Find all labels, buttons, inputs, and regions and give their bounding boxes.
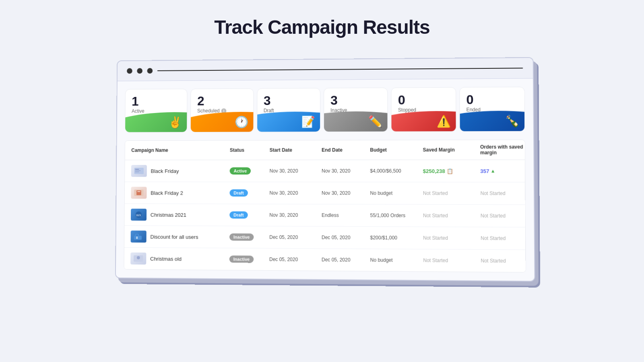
campaign-start-date: Nov 30, 2020 [269, 212, 322, 218]
campaign-name-text: Black Friday 2 [151, 190, 183, 196]
campaign-name-cell: Christmas old [130, 253, 229, 265]
campaign-name-text: Christmas 2021 [151, 212, 186, 218]
svg-point-13 [137, 256, 140, 259]
campaign-status: Draft [229, 211, 269, 218]
campaign-status: Inactive [229, 255, 269, 263]
campaign-name-text: Discount for all users [150, 234, 198, 240]
campaign-budget: 55/1,000 Orders [370, 213, 423, 219]
header-end-date: End Date [322, 144, 370, 156]
campaign-name-cell: WX Christmas 2021 [131, 209, 229, 221]
scheduled-count: 2 [197, 95, 247, 107]
svg-rect-2 [135, 171, 141, 171]
ended-count: 0 [466, 93, 518, 106]
status-card-scheduled[interactable]: 2 Scheduled i 🕐 [190, 88, 254, 132]
stopped-illustration: ⚠️ [392, 111, 456, 132]
campaign-end-date: Dec 05, 2020 [322, 234, 370, 241]
orders-count: 357 [480, 168, 489, 174]
browser-content: 1 Active ✌️ 2 Scheduled i 🕐 [116, 78, 535, 281]
campaign-status: Active [230, 167, 270, 175]
header-orders: Orders with saved margin i [480, 144, 526, 155]
draft-emoji: 📝 [301, 115, 315, 128]
svg-text:WX: WX [136, 214, 141, 217]
status-card-draft-content: 3 Draft [257, 88, 320, 113]
campaign-saved-margin: Not Started [423, 190, 481, 196]
campaign-start-date: Nov 30, 2020 [269, 190, 322, 196]
status-badge: Draft [229, 189, 248, 197]
titlebar-line [157, 68, 523, 71]
active-illustration: ✌️ [125, 112, 187, 132]
header-start-date: Start Date [270, 144, 322, 156]
campaign-orders: Not Started [480, 191, 526, 196]
status-card-active-content: 1 Active [125, 89, 187, 114]
svg-rect-3 [135, 172, 139, 172]
campaign-budget: $4,000/$6,500 [370, 168, 423, 174]
header-status: Status [230, 144, 270, 156]
table-row: Discount for all users Inactive Dec 05, … [124, 226, 525, 250]
inactive-emoji: ✏️ [368, 115, 382, 128]
campaign-budget: No budget [370, 257, 423, 263]
campaign-end-date: Dec 05, 2020 [322, 257, 370, 263]
margin-value: $250,238 [423, 168, 445, 174]
campaign-orders: Not Started [481, 213, 526, 219]
campaign-saved-margin: Not Started [423, 235, 481, 241]
status-badge: Active [230, 167, 251, 175]
status-badge: Inactive [229, 233, 254, 241]
campaign-start-date: Nov 30, 2020 [270, 168, 322, 174]
scheduled-label-text: Scheduled [197, 108, 220, 113]
campaign-budget: $200/$1,000 [370, 235, 423, 241]
svg-rect-10 [135, 234, 138, 237]
header-name: Campaign Name [131, 144, 230, 156]
scheduled-emoji: 🕐 [235, 115, 249, 129]
status-badge: Draft [229, 211, 248, 218]
status-card-active[interactable]: 1 Active ✌️ [125, 89, 188, 133]
inactive-count: 3 [330, 94, 381, 107]
stopped-emoji: ⚠️ [436, 115, 451, 128]
campaign-table: Campaign Name Status Start Date End Date… [124, 140, 526, 273]
browser-window: 1 Active ✌️ 2 Scheduled i 🕐 [115, 57, 535, 282]
campaign-budget: No budget [370, 190, 423, 196]
campaign-status: Draft [229, 189, 269, 197]
svg-rect-1 [135, 169, 139, 170]
campaign-name-cell: Black Friday [131, 165, 230, 177]
dot-1 [127, 68, 132, 74]
campaign-thumbnail [131, 165, 147, 177]
campaign-status: Inactive [229, 233, 269, 241]
orders-trend-icon: ▲ [490, 168, 495, 174]
status-card-inactive[interactable]: 3 Inactive ✏️ [324, 88, 388, 132]
status-cards: 1 Active ✌️ 2 Scheduled i 🕐 [125, 87, 525, 133]
campaign-name-text: Black Friday [151, 168, 179, 174]
header-budget: Budget [370, 144, 423, 156]
ended-illustration: 🍾 [460, 111, 524, 131]
status-card-stopped-content: 0 Stopped [392, 88, 456, 113]
campaign-end-date: Nov 30, 2020 [322, 190, 370, 196]
table-row: Christmas old Inactive Dec 05, 2020 Dec … [124, 248, 525, 272]
page-title: Track Campaign Results [214, 16, 430, 38]
status-card-stopped[interactable]: 0 Stopped ⚠️ [391, 87, 456, 132]
inactive-illustration: ✏️ [324, 111, 388, 132]
svg-rect-0 [134, 168, 144, 174]
table-row: Black Friday 2 Draft Nov 30, 2020 Nov 30… [125, 182, 525, 205]
status-card-draft[interactable]: 3 Draft 📝 [257, 88, 320, 132]
campaign-orders: 357 ▲ [480, 168, 526, 174]
active-count: 1 [132, 95, 181, 107]
campaign-saved-margin: $250,238 📋 [423, 168, 481, 174]
status-card-ended-content: 0 Ended [460, 87, 524, 113]
campaign-saved-margin: Not Started [423, 213, 481, 219]
svg-rect-11 [136, 237, 138, 239]
campaign-name-cell: Black Friday 2 [131, 187, 229, 199]
campaign-start-date: Dec 05, 2020 [269, 257, 322, 263]
svg-rect-5 [136, 190, 141, 195]
campaign-thumbnail [130, 253, 146, 265]
dot-3 [147, 68, 153, 74]
stopped-count: 0 [398, 93, 449, 107]
table-row: WX Christmas 2021 Draft Nov 30, 2020 End… [124, 204, 525, 228]
campaign-name-text: Christmas old [150, 255, 182, 261]
campaign-name-cell: Discount for all users [131, 230, 230, 243]
header-saved-margin: Saved Margin [423, 144, 480, 155]
table-row: Black Friday Active Nov 30, 2020 Nov 30,… [125, 160, 525, 183]
status-card-ended[interactable]: 0 Ended 🍾 [459, 87, 525, 132]
campaign-end-date: Endless [322, 212, 370, 218]
campaign-orders: Not Started [481, 235, 526, 241]
table-header: Campaign Name Status Start Date End Date… [125, 140, 525, 160]
svg-rect-6 [137, 191, 140, 192]
